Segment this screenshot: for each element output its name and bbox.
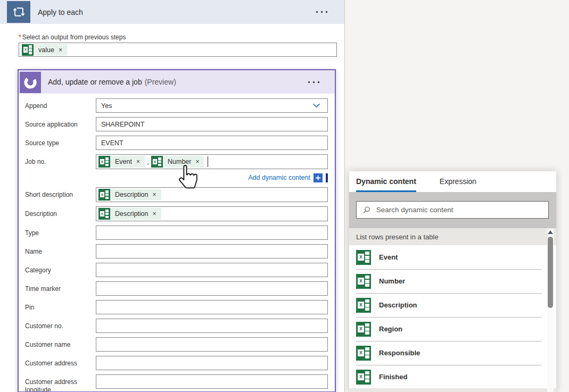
- job-action-header[interactable]: Add, update or remove a job (Preview): [19, 70, 335, 94]
- category-input[interactable]: [96, 263, 328, 277]
- short-description-label: Short description: [25, 187, 96, 202]
- excel-icon: [22, 44, 34, 56]
- customer-no-input[interactable]: [96, 319, 328, 333]
- job-action-title: Add, update or remove a job: [48, 78, 142, 86]
- output-input[interactable]: value ×: [19, 43, 337, 57]
- remove-chip-icon[interactable]: ×: [153, 191, 156, 198]
- customer-address-longitude-label: Customer address longitude: [25, 374, 96, 392]
- scrollbar-thumb[interactable]: [548, 237, 553, 308]
- excel-icon: [356, 274, 371, 289]
- type-input[interactable]: [96, 226, 328, 240]
- description-chip[interactable]: Description ×: [98, 189, 161, 201]
- excel-icon: [356, 298, 371, 313]
- list-item-finished[interactable]: Finished: [349, 365, 556, 389]
- dynamic-content-list: Event Number Description Region Responsi…: [349, 245, 556, 389]
- search-band: [349, 192, 556, 228]
- pin-label: Pin: [25, 300, 96, 314]
- name-label: Name: [25, 244, 96, 258]
- job-connector-icon: [20, 72, 41, 93]
- chip-text: Description: [115, 191, 149, 198]
- list-item-region[interactable]: Region: [349, 317, 556, 341]
- type-label: Type: [25, 226, 96, 240]
- search-box[interactable]: [356, 201, 549, 219]
- job-action-preview-tag: (Preview): [145, 78, 176, 86]
- source-type-value: EVENT: [101, 139, 123, 147]
- list-item-event[interactable]: Event: [349, 245, 556, 269]
- plus-icon-bar: [326, 173, 328, 182]
- job-action-card: Add, update or remove a job (Preview) Ap…: [18, 69, 336, 392]
- list-item-responsible[interactable]: Responsible: [349, 341, 556, 365]
- job-no-label: Job no.: [25, 154, 96, 169]
- excel-icon: [98, 208, 110, 220]
- text-cursor: [208, 156, 208, 167]
- customer-address-input[interactable]: [96, 356, 328, 370]
- flow-canvas: Apply to each *Select an output from pre…: [0, 0, 345, 392]
- description-input[interactable]: Description ×: [96, 206, 328, 221]
- append-dropdown[interactable]: Yes: [96, 98, 328, 113]
- chip-text: Description: [115, 210, 149, 218]
- excel-icon: [356, 250, 371, 265]
- list-item-label: Region: [379, 325, 402, 333]
- search-input[interactable]: [376, 206, 542, 214]
- list-item-label: Number: [379, 277, 405, 285]
- list-item-label: Event: [379, 253, 398, 261]
- apply-to-each-header[interactable]: Apply to each: [0, 0, 344, 24]
- excel-icon: [98, 156, 110, 168]
- job-no-input[interactable]: Event × - Number ×: [96, 154, 328, 169]
- source-type-input[interactable]: EVENT: [96, 136, 328, 150]
- chip-separator: -: [147, 160, 149, 168]
- job-action-menu-ellipsis-icon[interactable]: [308, 81, 319, 83]
- screen: Apply to each *Select an output from pre…: [0, 0, 569, 392]
- time-marker-input[interactable]: [96, 281, 328, 296]
- chip-text: Event: [115, 158, 132, 165]
- list-item-label: Responsible: [379, 349, 420, 357]
- plus-icon[interactable]: [314, 173, 323, 182]
- description-chip[interactable]: Description ×: [98, 208, 161, 220]
- customer-name-label: Customer name: [25, 337, 96, 352]
- category-label: Category: [25, 263, 96, 277]
- excel-icon: [356, 346, 371, 361]
- event-chip[interactable]: Event ×: [98, 156, 145, 168]
- name-input[interactable]: [96, 244, 328, 258]
- excel-icon: [151, 156, 163, 168]
- list-item-label: Finished: [379, 373, 407, 381]
- add-dynamic-content-link[interactable]: Add dynamic content: [248, 174, 310, 181]
- customer-no-label: Customer no.: [25, 319, 96, 333]
- source-application-label: Source application: [25, 117, 96, 131]
- list-item-description[interactable]: Description: [349, 293, 556, 317]
- source-type-label: Source type: [25, 136, 96, 150]
- source-application-input[interactable]: SHAREPOINT: [96, 117, 328, 131]
- value-chip[interactable]: value ×: [22, 44, 67, 56]
- chevron-down-icon[interactable]: [312, 102, 320, 110]
- description-label: Description: [25, 206, 96, 221]
- excel-icon: [356, 322, 371, 337]
- customer-name-input[interactable]: [96, 337, 328, 352]
- time-marker-label: Time marker: [25, 281, 96, 296]
- append-label: Append: [25, 98, 96, 113]
- chip-text: value: [38, 46, 54, 54]
- list-item-number[interactable]: Number: [349, 269, 556, 293]
- tab-expression[interactable]: Expression: [440, 171, 476, 192]
- excel-icon: [356, 370, 371, 385]
- remove-chip-icon[interactable]: ×: [195, 158, 199, 165]
- remove-chip-icon[interactable]: ×: [59, 46, 62, 54]
- customer-address-label: Customer address: [25, 356, 96, 370]
- append-value: Yes: [101, 102, 112, 110]
- panel-scrollbar[interactable]: [547, 229, 554, 392]
- tab-dynamic-content[interactable]: Dynamic content: [356, 171, 416, 192]
- job-action-form: Append Yes Source application SHAREPOINT: [19, 94, 335, 392]
- panel-tabbar: Dynamic content Expression: [349, 171, 556, 192]
- scroll-up-icon[interactable]: [548, 230, 553, 234]
- required-marker: *: [19, 34, 21, 41]
- next-section-band: [349, 388, 556, 392]
- list-item-label: Description: [379, 301, 417, 309]
- remove-chip-icon[interactable]: ×: [153, 210, 156, 218]
- number-chip[interactable]: Number ×: [151, 156, 204, 168]
- short-description-input[interactable]: Description ×: [96, 187, 328, 202]
- apply-to-each-title: Apply to each: [38, 8, 83, 16]
- remove-chip-icon[interactable]: ×: [136, 158, 140, 165]
- apply-to-each-menu-ellipsis-icon[interactable]: [316, 11, 327, 13]
- output-field-label: *Select an output from previous steps: [19, 34, 126, 41]
- pin-input[interactable]: [96, 300, 328, 314]
- customer-address-longitude-input[interactable]: [96, 374, 328, 389]
